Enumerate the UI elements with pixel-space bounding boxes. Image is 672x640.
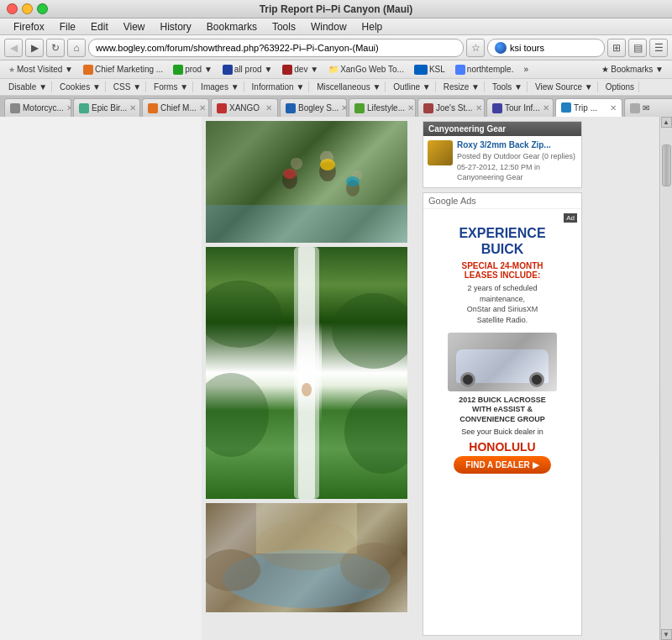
tab-close-icon[interactable]: ✕	[341, 103, 347, 113]
menu-window[interactable]: Window	[304, 19, 354, 34]
tab-epic-bird[interactable]: Epic Bir... ✕	[73, 98, 140, 117]
scroll-up-arrow[interactable]: ▲	[661, 117, 672, 128]
image-svg	[206, 503, 407, 612]
ext-forms[interactable]: Forms ▼	[150, 81, 193, 92]
bookmark-icon	[83, 65, 93, 75]
post-author[interactable]: Outdoor Gear	[494, 152, 540, 160]
tab-mail[interactable]: ✉ ✕	[624, 98, 672, 117]
svg-point-13	[302, 383, 312, 396]
tab-joes[interactable]: Joe's St... ✕	[417, 98, 485, 117]
post-in-label: in	[534, 163, 540, 171]
menu-bookmarks[interactable]: Bookmarks	[200, 19, 264, 34]
bookmark-all-prod[interactable]: all prod ▼	[218, 64, 276, 76]
search-bar[interactable]	[487, 39, 605, 57]
ext-resize[interactable]: Resize ▼	[439, 81, 485, 92]
ext-cookies[interactable]: Cookies ▼	[55, 81, 106, 92]
minimize-button[interactable]	[22, 3, 33, 14]
ad-subtitle: SPECIAL 24-MONTHLEASES INCLUDE:	[461, 261, 543, 280]
bookmark-chief-marketing[interactable]: Chief Marketing ...	[79, 64, 167, 76]
ext-outline[interactable]: Outline ▼	[389, 81, 435, 92]
tab-favicon	[148, 103, 158, 113]
bookmark-xango[interactable]: 📁 XanGo Web To...	[324, 64, 408, 75]
forward-button[interactable]: ▶	[25, 39, 44, 57]
ext-miscellaneous[interactable]: Miscellaneous ▼	[312, 81, 386, 92]
tab-motorcycle[interactable]: Motorcyc... ✕	[4, 98, 71, 117]
bookmark-northtemple[interactable]: northtemple.	[451, 64, 518, 76]
ads-header: Google Ads	[423, 193, 581, 209]
menu-view[interactable]: View	[117, 19, 152, 34]
ext-disable[interactable]: Disable ▼	[4, 81, 52, 92]
bookmark-ksl[interactable]: KSL	[410, 64, 449, 76]
vertical-scrollbar[interactable]: ▲ ▼	[659, 117, 672, 640]
tab-trip[interactable]: Trip ... ✕	[555, 98, 622, 117]
ext-images[interactable]: Images ▼	[197, 81, 244, 92]
tab-xango[interactable]: XANGO ✕	[211, 98, 278, 117]
section-header: Canyoneering Gear	[423, 122, 581, 136]
left-margin	[0, 117, 202, 640]
window-title: Trip Report Pi–Pi Canyon (Maui)	[260, 3, 413, 15]
post-category[interactable]: Canyoneering Gear	[457, 173, 523, 181]
tab-favicon	[423, 103, 433, 113]
scroll-thumb[interactable]	[662, 144, 671, 186]
nav-extra-3[interactable]: ☰	[649, 39, 668, 57]
tab-chief-m[interactable]: Chief M... ✕	[142, 98, 209, 117]
menu-tools[interactable]: Tools	[265, 19, 302, 34]
tab-close-icon[interactable]: ✕	[265, 103, 272, 113]
tab-favicon	[79, 103, 89, 113]
nav-extra-1[interactable]: ⊞	[607, 39, 626, 57]
ext-tools[interactable]: Tools ▼	[488, 81, 528, 92]
bookmarks-menu[interactable]: ★ Bookmarks ▼	[597, 64, 668, 75]
tab-close-icon[interactable]: ✕	[199, 103, 206, 113]
nav-extra-2[interactable]: ▤	[628, 39, 647, 57]
tab-close-icon[interactable]: ✕	[407, 103, 414, 113]
post-info: Roxy 3/2mm Back Zip... Posted By Outdoor…	[457, 140, 577, 183]
reload-button[interactable]: ↻	[46, 39, 65, 57]
scroll-track[interactable]	[661, 128, 672, 629]
post-date: 05-27-2012, 12:50 PM	[457, 163, 533, 171]
tab-close-icon[interactable]: ✕	[543, 103, 549, 113]
bookmark-star[interactable]: ☆	[466, 39, 485, 57]
bookmark-prod[interactable]: prod ▼	[169, 64, 217, 76]
car-wheel-left	[460, 372, 475, 387]
bookmark-more[interactable]: »	[519, 64, 533, 75]
url-input[interactable]	[96, 43, 456, 53]
bookmark-most-visited[interactable]: ★ Most Visited ▼	[4, 64, 77, 75]
svg-point-10	[332, 293, 407, 369]
url-bar[interactable]	[88, 39, 464, 57]
tab-favicon	[561, 102, 571, 113]
tab-favicon	[10, 103, 20, 113]
menu-edit[interactable]: Edit	[84, 19, 115, 34]
home-button[interactable]: ⌂	[67, 39, 86, 57]
ext-view-source[interactable]: View Source ▼	[531, 81, 598, 92]
ext-options[interactable]: Options	[601, 81, 639, 92]
bookmark-icon	[414, 65, 428, 75]
forum-image-3	[206, 503, 407, 612]
main-content-area: Canyoneering Gear Roxy 3/2mm Back Zip...…	[202, 117, 659, 640]
bookmark-dev[interactable]: dev ▼	[278, 64, 323, 76]
post-title[interactable]: Roxy 3/2mm Back Zip...	[457, 140, 577, 150]
ad-city: HONOLULU	[469, 440, 535, 454]
tabs-bar: Motorcyc... ✕ Epic Bir... ✕ Chief M... ✕…	[0, 96, 672, 117]
tab-close-icon[interactable]: ✕	[475, 103, 482, 113]
tab-close-icon[interactable]: ✕	[66, 103, 71, 113]
image-svg	[206, 247, 407, 499]
tab-bogley[interactable]: Bogley S... ✕	[280, 98, 347, 117]
tab-close-icon[interactable]: ✕	[610, 103, 617, 113]
forum-image-1	[206, 121, 407, 243]
tab-lifestyle[interactable]: Lifestyle... ✕	[349, 98, 416, 117]
right-sidebar: Canyoneering Gear Roxy 3/2mm Back Zip...…	[423, 121, 582, 636]
close-button[interactable]	[7, 3, 18, 14]
tab-close-icon[interactable]: ✕	[129, 103, 136, 113]
menu-history[interactable]: History	[154, 19, 198, 34]
back-button[interactable]: ◀	[4, 39, 23, 57]
ext-css[interactable]: CSS ▼	[109, 81, 146, 92]
menu-firefox[interactable]: Firefox	[7, 19, 51, 34]
svg-point-11	[206, 373, 269, 457]
menu-file[interactable]: File	[53, 19, 82, 34]
menu-help[interactable]: Help	[355, 19, 390, 34]
tab-tour-info[interactable]: Tour Inf... ✕	[486, 98, 554, 117]
find-dealer-button[interactable]: FIND A DEALER ▶	[454, 456, 550, 474]
maximize-button[interactable]	[37, 3, 48, 14]
scroll-down-arrow[interactable]: ▼	[661, 629, 672, 640]
ext-information[interactable]: Information ▼	[248, 81, 310, 92]
